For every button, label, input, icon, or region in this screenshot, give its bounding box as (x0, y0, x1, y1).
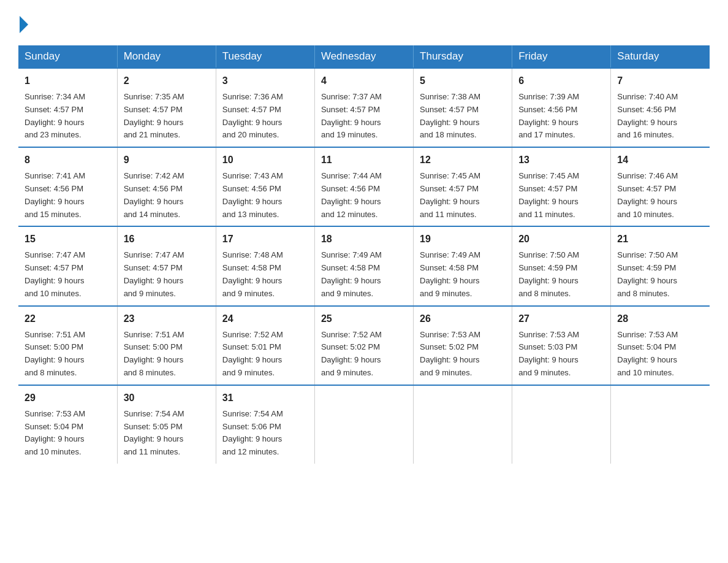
day-cell: 4 Sunrise: 7:37 AMSunset: 4:57 PMDayligh… (314, 68, 413, 147)
day-info: Sunrise: 7:50 AMSunset: 4:59 PMDaylight:… (617, 250, 678, 297)
day-number: 16 (124, 232, 210, 247)
day-number: 20 (518, 232, 604, 247)
day-info: Sunrise: 7:46 AMSunset: 4:57 PMDaylight:… (617, 171, 678, 218)
day-number: 2 (124, 74, 210, 88)
weekday-header-tuesday: Tuesday (216, 45, 314, 68)
day-number: 11 (321, 153, 407, 167)
day-info: Sunrise: 7:48 AMSunset: 4:58 PMDaylight:… (222, 250, 283, 297)
day-cell: 21 Sunrise: 7:50 AMSunset: 4:59 PMDaylig… (611, 226, 710, 305)
day-cell (512, 385, 611, 464)
day-cell: 10 Sunrise: 7:43 AMSunset: 4:56 PMDaylig… (216, 147, 314, 226)
day-info: Sunrise: 7:40 AMSunset: 4:56 PMDaylight:… (617, 92, 678, 139)
weekday-header-row: SundayMondayTuesdayWednesdayThursdayFrid… (18, 45, 710, 68)
weekday-header-sunday: Sunday (18, 45, 117, 68)
day-info: Sunrise: 7:49 AMSunset: 4:58 PMDaylight:… (420, 250, 480, 297)
logo (18, 12, 28, 33)
day-cell: 12 Sunrise: 7:45 AMSunset: 4:57 PMDaylig… (414, 147, 512, 226)
day-number: 17 (222, 232, 308, 247)
day-cell: 2 Sunrise: 7:35 AMSunset: 4:57 PMDayligh… (117, 68, 216, 147)
day-info: Sunrise: 7:43 AMSunset: 4:56 PMDaylight:… (222, 171, 283, 218)
day-cell (314, 385, 413, 464)
day-cell: 28 Sunrise: 7:53 AMSunset: 5:04 PMDaylig… (611, 306, 710, 385)
day-number: 7 (617, 74, 703, 88)
day-info: Sunrise: 7:38 AMSunset: 4:57 PMDaylight:… (420, 92, 480, 139)
day-number: 8 (25, 153, 111, 167)
day-cell: 6 Sunrise: 7:39 AMSunset: 4:56 PMDayligh… (512, 68, 611, 147)
day-info: Sunrise: 7:52 AMSunset: 5:01 PMDaylight:… (222, 330, 283, 377)
day-cell: 20 Sunrise: 7:50 AMSunset: 4:59 PMDaylig… (512, 226, 611, 305)
day-cell: 14 Sunrise: 7:46 AMSunset: 4:57 PMDaylig… (611, 147, 710, 226)
day-number: 29 (25, 391, 111, 405)
day-info: Sunrise: 7:54 AMSunset: 5:05 PMDaylight:… (124, 409, 184, 456)
day-info: Sunrise: 7:54 AMSunset: 5:06 PMDaylight:… (222, 409, 283, 456)
day-cell: 31 Sunrise: 7:54 AMSunset: 5:06 PMDaylig… (216, 385, 314, 464)
day-number: 23 (124, 312, 210, 326)
day-cell: 15 Sunrise: 7:47 AMSunset: 4:57 PMDaylig… (18, 226, 117, 305)
calendar-table: SundayMondayTuesdayWednesdayThursdayFrid… (18, 45, 710, 464)
day-info: Sunrise: 7:53 AMSunset: 5:04 PMDaylight:… (25, 409, 85, 456)
day-info: Sunrise: 7:53 AMSunset: 5:03 PMDaylight:… (518, 330, 579, 377)
day-number: 28 (617, 312, 703, 326)
day-cell: 8 Sunrise: 7:41 AMSunset: 4:56 PMDayligh… (18, 147, 117, 226)
day-number: 6 (518, 74, 604, 88)
day-cell: 27 Sunrise: 7:53 AMSunset: 5:03 PMDaylig… (512, 306, 611, 385)
day-number: 25 (321, 312, 407, 326)
page-header (18, 12, 710, 33)
day-info: Sunrise: 7:44 AMSunset: 4:56 PMDaylight:… (321, 171, 382, 218)
day-number: 18 (321, 232, 407, 247)
day-cell (611, 385, 710, 464)
day-number: 9 (124, 153, 210, 167)
day-number: 21 (617, 232, 703, 247)
day-cell (414, 385, 512, 464)
day-cell: 9 Sunrise: 7:42 AMSunset: 4:56 PMDayligh… (117, 147, 216, 226)
week-row-4: 22 Sunrise: 7:51 AMSunset: 5:00 PMDaylig… (18, 306, 710, 385)
day-cell: 25 Sunrise: 7:52 AMSunset: 5:02 PMDaylig… (314, 306, 413, 385)
day-info: Sunrise: 7:47 AMSunset: 4:57 PMDaylight:… (25, 250, 85, 297)
day-number: 10 (222, 153, 308, 167)
week-row-3: 15 Sunrise: 7:47 AMSunset: 4:57 PMDaylig… (18, 226, 710, 305)
day-info: Sunrise: 7:52 AMSunset: 5:02 PMDaylight:… (321, 330, 382, 377)
day-cell: 22 Sunrise: 7:51 AMSunset: 5:00 PMDaylig… (18, 306, 117, 385)
day-number: 30 (124, 391, 210, 405)
weekday-header-wednesday: Wednesday (314, 45, 413, 68)
day-info: Sunrise: 7:45 AMSunset: 4:57 PMDaylight:… (518, 171, 579, 218)
week-row-5: 29 Sunrise: 7:53 AMSunset: 5:04 PMDaylig… (18, 385, 710, 464)
day-cell: 29 Sunrise: 7:53 AMSunset: 5:04 PMDaylig… (18, 385, 117, 464)
logo-arrow-icon (20, 16, 28, 33)
day-cell: 23 Sunrise: 7:51 AMSunset: 5:00 PMDaylig… (117, 306, 216, 385)
day-cell: 7 Sunrise: 7:40 AMSunset: 4:56 PMDayligh… (611, 68, 710, 147)
day-info: Sunrise: 7:53 AMSunset: 5:02 PMDaylight:… (420, 330, 480, 377)
day-number: 14 (617, 153, 703, 167)
day-info: Sunrise: 7:51 AMSunset: 5:00 PMDaylight:… (25, 330, 85, 377)
day-number: 27 (518, 312, 604, 326)
day-info: Sunrise: 7:53 AMSunset: 5:04 PMDaylight:… (617, 330, 678, 377)
day-number: 4 (321, 74, 407, 88)
weekday-header-friday: Friday (512, 45, 611, 68)
day-cell: 17 Sunrise: 7:48 AMSunset: 4:58 PMDaylig… (216, 226, 314, 305)
day-cell: 24 Sunrise: 7:52 AMSunset: 5:01 PMDaylig… (216, 306, 314, 385)
day-info: Sunrise: 7:50 AMSunset: 4:59 PMDaylight:… (518, 250, 579, 297)
weekday-header-thursday: Thursday (414, 45, 512, 68)
day-number: 13 (518, 153, 604, 167)
day-info: Sunrise: 7:41 AMSunset: 4:56 PMDaylight:… (25, 171, 85, 218)
day-info: Sunrise: 7:45 AMSunset: 4:57 PMDaylight:… (420, 171, 480, 218)
day-info: Sunrise: 7:35 AMSunset: 4:57 PMDaylight:… (124, 92, 184, 139)
day-info: Sunrise: 7:37 AMSunset: 4:57 PMDaylight:… (321, 92, 382, 139)
day-number: 31 (222, 391, 308, 405)
weekday-header-saturday: Saturday (611, 45, 710, 68)
day-info: Sunrise: 7:49 AMSunset: 4:58 PMDaylight:… (321, 250, 382, 297)
day-cell: 30 Sunrise: 7:54 AMSunset: 5:05 PMDaylig… (117, 385, 216, 464)
day-cell: 26 Sunrise: 7:53 AMSunset: 5:02 PMDaylig… (414, 306, 512, 385)
day-cell: 19 Sunrise: 7:49 AMSunset: 4:58 PMDaylig… (414, 226, 512, 305)
day-number: 24 (222, 312, 308, 326)
week-row-2: 8 Sunrise: 7:41 AMSunset: 4:56 PMDayligh… (18, 147, 710, 226)
day-info: Sunrise: 7:51 AMSunset: 5:00 PMDaylight:… (124, 330, 184, 377)
day-number: 26 (420, 312, 506, 326)
day-cell: 3 Sunrise: 7:36 AMSunset: 4:57 PMDayligh… (216, 68, 314, 147)
day-info: Sunrise: 7:42 AMSunset: 4:56 PMDaylight:… (124, 171, 184, 218)
day-number: 5 (420, 74, 506, 88)
day-info: Sunrise: 7:34 AMSunset: 4:57 PMDaylight:… (25, 92, 85, 139)
day-number: 1 (25, 74, 111, 88)
day-cell: 5 Sunrise: 7:38 AMSunset: 4:57 PMDayligh… (414, 68, 512, 147)
day-cell: 16 Sunrise: 7:47 AMSunset: 4:57 PMDaylig… (117, 226, 216, 305)
